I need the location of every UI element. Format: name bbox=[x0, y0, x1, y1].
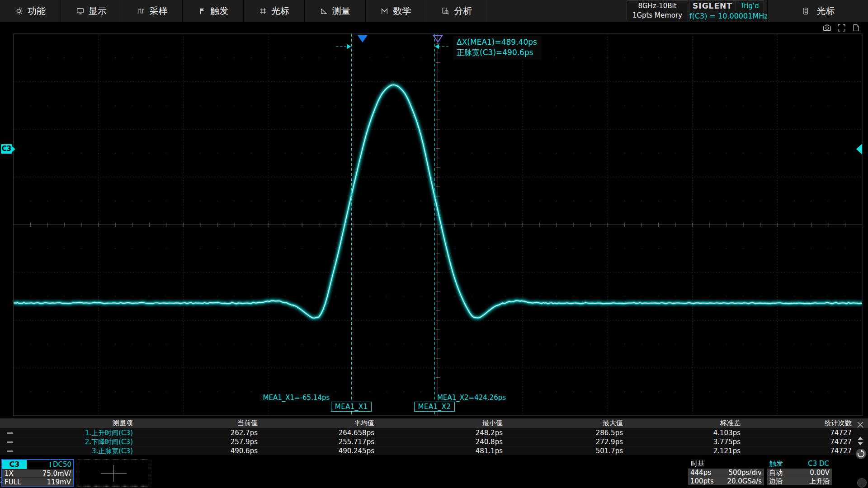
stdev-value: 2.121ps bbox=[656, 446, 778, 455]
trigger-level-marker[interactable] bbox=[856, 144, 862, 155]
trigger-type: 边沿 bbox=[769, 477, 783, 485]
oscilloscope-screen: 功能 显示 采样 触发 光标 测量 数学 分析 bbox=[0, 0, 868, 488]
mean-value: 255.717ps bbox=[285, 437, 402, 446]
timebase-scale: 500ps/div bbox=[728, 469, 762, 477]
mean-value: 490.245ps bbox=[285, 446, 402, 455]
menu-item-label: 光标 bbox=[817, 5, 835, 17]
trigger-flag-icon bbox=[198, 7, 206, 15]
max-value: 286.5ps bbox=[538, 428, 656, 437]
menu-item-cursors[interactable]: 光标 bbox=[244, 0, 305, 22]
pulse-width-line: 正脉宽(C3)=490.6ps bbox=[457, 47, 537, 58]
delta-x-line: ΔX(MEA1)=489.40ps bbox=[457, 37, 537, 47]
table-row-fall-time[interactable]: 2.下降时间(C3) 257.9ps 255.717ps 240.8ps 272… bbox=[0, 437, 868, 446]
impedance-icon bbox=[50, 462, 51, 467]
menu-item-trigger[interactable]: 触发 bbox=[183, 0, 244, 22]
sample-rate: 20.0GSa/s bbox=[727, 477, 762, 485]
menu-item-label: 采样 bbox=[149, 5, 167, 17]
cursor-arrow-right-icon bbox=[347, 44, 351, 49]
col-header-min: 最小值 bbox=[402, 418, 538, 428]
measurement-table-header: 测量项 当前值 平均值 最小值 最大值 标准差 统计次数 bbox=[0, 418, 868, 428]
menu-item-acquire[interactable]: 采样 bbox=[122, 0, 183, 22]
trigger-panel[interactable]: 触发 C3 DC 自动 0.00V 边沿 上升沿 bbox=[767, 459, 832, 487]
channel-name-badge: C3 bbox=[2, 460, 27, 469]
trigger-title: 触发 bbox=[769, 459, 783, 468]
timebase-panel[interactable]: 时基 444ps 500ps/div 100pts 20.0GSa/s bbox=[688, 459, 764, 487]
page-flip-icon[interactable] bbox=[852, 23, 860, 32]
beeper-icon[interactable] bbox=[857, 478, 867, 488]
vertical-offset: 119mV bbox=[47, 478, 71, 486]
table-row-rise-time[interactable]: 1.上升时间(C3) 262.7ps 264.658ps 248.2ps 286… bbox=[0, 428, 868, 437]
menu-item-label: 测量 bbox=[332, 5, 350, 17]
reset-statistics-icon[interactable] bbox=[855, 448, 867, 460]
menu-item-label: 显示 bbox=[89, 5, 107, 17]
menu-item-label: 数学 bbox=[393, 5, 411, 17]
menu-item-display[interactable]: 显示 bbox=[61, 0, 122, 22]
memory-text: 1Gpts Memory bbox=[627, 11, 688, 20]
menu-item-measure[interactable]: 测量 bbox=[305, 0, 366, 22]
trigger-position-marker[interactable] bbox=[358, 35, 368, 42]
acquire-icon bbox=[137, 7, 145, 15]
analysis-icon bbox=[441, 7, 450, 15]
row-marker bbox=[7, 432, 13, 434]
table-row-positive-width[interactable]: 3.正脉宽(C3) 490.6ps 490.245ps 481.1ps 501.… bbox=[0, 446, 868, 455]
channel-coupling: DC50 bbox=[50, 460, 73, 469]
min-value: 248.2ps bbox=[402, 428, 538, 437]
fullscreen-icon[interactable] bbox=[837, 23, 846, 32]
menu-item-label: 功能 bbox=[28, 5, 46, 17]
screenshot-camera-icon[interactable] bbox=[823, 23, 831, 32]
trigger-mode: 自动 bbox=[769, 469, 783, 477]
gear-icon bbox=[15, 7, 24, 15]
stdev-value: 4.103ps bbox=[656, 428, 778, 437]
menu-item-math[interactable]: 数学 bbox=[366, 0, 427, 22]
measurement-label: 1.上升时间(C3) bbox=[85, 429, 133, 437]
count-value: 74727 bbox=[778, 437, 868, 446]
trigger-level: 0.00V bbox=[810, 469, 830, 477]
channel-c3-box[interactable]: C3 DC50 1X 75.0mV/ FULL 119mV bbox=[1, 459, 74, 487]
col-header-item: 测量项 bbox=[0, 418, 167, 428]
measure-icon bbox=[320, 7, 328, 15]
menu-item-label: 触发 bbox=[210, 5, 228, 17]
col-header-mean: 平均值 bbox=[285, 418, 402, 428]
col-header-max: 最大值 bbox=[538, 418, 656, 428]
max-value: 501.7ps bbox=[538, 446, 656, 455]
min-value: 481.1ps bbox=[402, 446, 538, 455]
display-icon bbox=[76, 7, 85, 15]
math-icon bbox=[380, 7, 389, 15]
bottom-status-bar: C3 DC50 1X 75.0mV/ FULL 119mV 时基 444ps 5… bbox=[0, 458, 868, 488]
menu-item-analysis[interactable]: 分析 bbox=[426, 0, 487, 22]
measurement-label: 2.下降时间(C3) bbox=[85, 438, 133, 446]
probe-attenuation: 1X bbox=[5, 469, 14, 478]
cursor-x2-handle[interactable]: MEA1_X2 bbox=[414, 402, 455, 412]
frequency-counter: f(C3) = 10.00001MHz bbox=[689, 11, 764, 21]
menu-item-label: 分析 bbox=[454, 5, 472, 17]
col-header-current: 当前值 bbox=[167, 418, 285, 428]
current-value: 490.6ps bbox=[167, 446, 285, 455]
notes-icon bbox=[801, 7, 810, 15]
bandwidth-limit: FULL bbox=[5, 478, 21, 486]
add-channel-slot[interactable] bbox=[78, 459, 149, 487]
channel-offset-marker[interactable]: C3 bbox=[1, 144, 12, 154]
close-table-icon[interactable] bbox=[856, 421, 864, 429]
menu-item-notes-cursors[interactable]: 光标 bbox=[767, 0, 868, 22]
trigger-slope: 上升沿 bbox=[809, 477, 830, 485]
measurement-table: 测量项 当前值 平均值 最小值 最大值 标准差 统计次数 1.上升时间(C3) … bbox=[0, 418, 868, 455]
trigger-source: C3 DC bbox=[808, 459, 829, 468]
scroll-down-icon[interactable] bbox=[858, 442, 863, 448]
menu-item-label: 光标 bbox=[271, 5, 289, 17]
count-value: 74727 bbox=[778, 428, 868, 437]
scroll-up-icon[interactable] bbox=[858, 434, 863, 440]
col-header-count: 统计次数 bbox=[778, 418, 868, 428]
brand-logo: SIGLENT bbox=[689, 1, 736, 11]
stdev-value: 3.775ps bbox=[656, 437, 778, 446]
trigger-delay: 444ps bbox=[690, 469, 711, 477]
brand-status-box: SIGLENT Trig'd f(C3) = 10.00001MHz bbox=[689, 0, 764, 21]
cursor-x1-handle[interactable]: MEA1_X1 bbox=[331, 402, 372, 412]
mean-value: 264.658ps bbox=[285, 428, 402, 437]
vertical-scale: 75.0mV/ bbox=[42, 469, 71, 478]
cursor-arrow-left-icon bbox=[435, 44, 439, 49]
memory-points: 100pts bbox=[690, 477, 714, 485]
max-value: 272.9ps bbox=[538, 437, 656, 446]
bandwidth-text: 8GHz-10Bit bbox=[627, 1, 688, 11]
current-value: 262.7ps bbox=[167, 428, 285, 437]
menu-item-function[interactable]: 功能 bbox=[0, 0, 61, 22]
